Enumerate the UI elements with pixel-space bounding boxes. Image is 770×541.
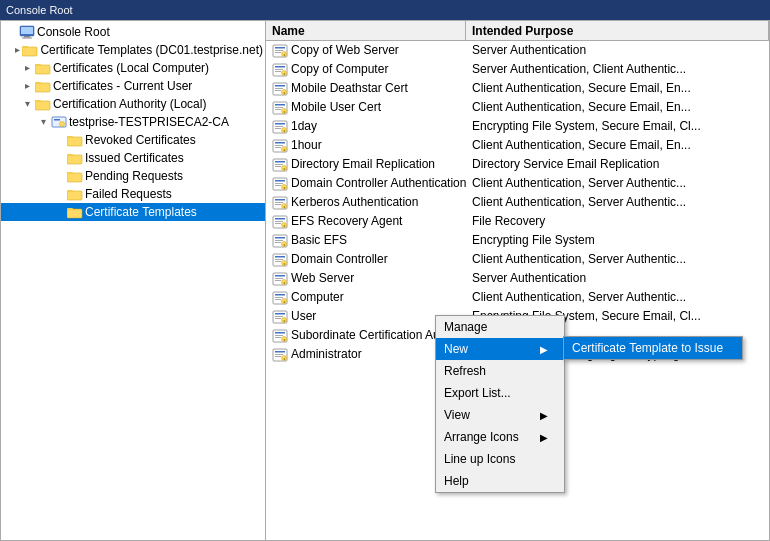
svg-rect-53	[275, 104, 285, 106]
folder-icon	[67, 187, 83, 201]
svg-rect-1	[21, 27, 33, 34]
list-cell-name: ★ EFS Recovery Agent	[266, 213, 466, 230]
menu-item-help[interactable]: Help	[436, 470, 564, 492]
tree-expander[interactable]: ▾	[19, 96, 35, 112]
list-row[interactable]: ★ Domain Controller Client Authenticatio…	[266, 250, 769, 269]
list-row[interactable]: ★ Kerberos Authentication Client Authent…	[266, 193, 769, 212]
svg-rect-71	[275, 161, 285, 163]
tree-item-label: Certificate Templates (DC01.testprise.ne…	[40, 42, 263, 58]
svg-rect-17	[54, 119, 60, 121]
list-cell-purpose: Client Authentication, Server Authentic.…	[466, 194, 769, 211]
list-row[interactable]: ★ 1day Encrypting File System, Secure Em…	[266, 117, 769, 136]
list-row[interactable]: ★ Mobile Deathstar Cert Client Authentic…	[266, 79, 769, 98]
svg-rect-79	[275, 185, 281, 186]
menu-item-new[interactable]: New ▶	[436, 338, 564, 360]
list-row[interactable]: ★ Directory Email Replication Directory …	[266, 155, 769, 174]
list-row[interactable]: ★ Copy of Computer Server Authentication…	[266, 60, 769, 79]
list-cell-name: ★ Copy of Computer	[266, 61, 466, 78]
list-row[interactable]: ★ EFS Recovery Agent File Recovery	[266, 212, 769, 231]
svg-rect-84	[275, 202, 283, 203]
menu-item-refresh[interactable]: Refresh	[436, 360, 564, 382]
tree-item-revoked-certs[interactable]: Revoked Certificates	[1, 131, 265, 149]
tree-item-label: testprise-TESTPRISECA2-CA	[69, 114, 229, 130]
svg-rect-59	[275, 123, 285, 125]
menu-item-manage[interactable]: Manage	[436, 316, 564, 338]
svg-rect-119	[275, 313, 285, 315]
col-header-purpose[interactable]: Intended Purpose	[466, 21, 769, 40]
list-cell-purpose: Encrypting File System, Secure Email, Cl…	[466, 118, 769, 135]
tree-item-issued-certs[interactable]: Issued Certificates	[1, 149, 265, 167]
tree-item-failed-requests[interactable]: Failed Requests	[1, 185, 265, 203]
tree-item-certs-local[interactable]: ▸ Certificates (Local Computer)	[1, 59, 265, 77]
cert-icon: ★	[272, 310, 288, 324]
list-row[interactable]: ★ Domain Controller Authentication Clien…	[266, 174, 769, 193]
svg-rect-108	[275, 278, 283, 279]
list-row[interactable]: ★ Computer Client Authentication, Server…	[266, 288, 769, 307]
svg-rect-83	[275, 199, 285, 201]
cert-icon: ★	[272, 120, 288, 134]
svg-rect-20	[67, 136, 73, 139]
svg-rect-43	[275, 71, 281, 72]
svg-rect-73	[275, 166, 281, 167]
cert-name: Basic EFS	[291, 232, 347, 249]
svg-rect-126	[275, 335, 283, 336]
folder-icon	[67, 205, 83, 219]
cert-name: Mobile Deathstar Cert	[291, 80, 408, 97]
tree-expander[interactable]: ▸	[19, 60, 35, 76]
menu-item-label: Help	[444, 474, 469, 488]
tree-expander[interactable]: ▸	[19, 78, 35, 94]
svg-rect-121	[275, 318, 281, 319]
tree-item-console-root[interactable]: Console Root	[1, 23, 265, 41]
svg-rect-133	[275, 356, 281, 357]
svg-rect-113	[275, 294, 285, 296]
tree-item-testprise-ca[interactable]: ▾ testprise-TESTPRISECA2-CA	[1, 113, 265, 131]
tree-item-pending-requests[interactable]: Pending Requests	[1, 167, 265, 185]
cert-icon: ★	[272, 101, 288, 115]
menu-item-line-up-icons[interactable]: Line up Icons	[436, 448, 564, 470]
cert-name: Copy of Computer	[291, 61, 388, 78]
list-cell-purpose: Client Authentication, Secure Email, En.…	[466, 137, 769, 154]
cert-name: Directory Email Replication	[291, 156, 435, 173]
list-cell-name: ★ Directory Email Replication	[266, 156, 466, 173]
tree-item-cert-templates-dc01[interactable]: ▸ Certificate Templates (DC01.testprise.…	[1, 41, 265, 59]
svg-rect-61	[275, 128, 281, 129]
svg-rect-42	[275, 69, 283, 70]
list-cell-purpose: File Recovery	[466, 213, 769, 230]
svg-rect-91	[275, 223, 281, 224]
tree-item-certs-current-user[interactable]: ▸ Certificates - Current User	[1, 77, 265, 95]
ca-icon	[51, 115, 67, 129]
col-header-name[interactable]: Name	[266, 21, 466, 40]
list-row[interactable]: ★ Basic EFS Encrypting File System	[266, 231, 769, 250]
tree-item-cert-authority-local[interactable]: ▾ Certification Authority (Local)	[1, 95, 265, 113]
tree-item-cert-templates[interactable]: Certificate Templates	[1, 203, 265, 221]
tree-expander[interactable]: ▸	[13, 42, 23, 58]
svg-rect-103	[275, 261, 281, 262]
submenu-item-cert-template[interactable]: Certificate Template to Issue	[564, 337, 742, 359]
svg-rect-11	[35, 82, 41, 85]
svg-rect-66	[275, 145, 283, 146]
list-row[interactable]: ★ Copy of Web Server Server Authenticati…	[266, 41, 769, 60]
list-cell-name: ★ Computer	[266, 289, 466, 306]
context-menu[interactable]: Manage New ▶ Refresh Export List... View…	[435, 315, 565, 493]
cert-icon: ★	[272, 348, 288, 362]
svg-rect-37	[275, 52, 281, 53]
tree-pane: Console Root▸ Certificate Templates (DC0…	[1, 21, 266, 540]
list-row[interactable]: ★ Web Server Server Authentication	[266, 269, 769, 288]
menu-item-arrange-icons[interactable]: Arrange Icons ▶	[436, 426, 564, 448]
svg-rect-125	[275, 332, 285, 334]
list-cell-name: ★ Kerberos Authentication	[266, 194, 466, 211]
submenu[interactable]: Certificate Template to Issue	[563, 336, 743, 360]
cert-icon: ★	[272, 139, 288, 153]
svg-rect-3	[22, 38, 32, 39]
submenu-item-label: Certificate Template to Issue	[572, 341, 723, 355]
menu-item-view[interactable]: View ▶	[436, 404, 564, 426]
svg-rect-107	[275, 275, 285, 277]
list-cell-purpose: Server Authentication, Client Authentic.…	[466, 61, 769, 78]
list-row[interactable]: ★ Mobile User Cert Client Authentication…	[266, 98, 769, 117]
menu-item-export-list...[interactable]: Export List...	[436, 382, 564, 404]
tree-expander[interactable]: ▾	[35, 114, 51, 130]
list-row[interactable]: ★ 1hour Client Authentication, Secure Em…	[266, 136, 769, 155]
tree-item-label: Pending Requests	[85, 168, 183, 184]
svg-text:★: ★	[283, 242, 286, 246]
cert-name: Copy of Web Server	[291, 42, 399, 59]
